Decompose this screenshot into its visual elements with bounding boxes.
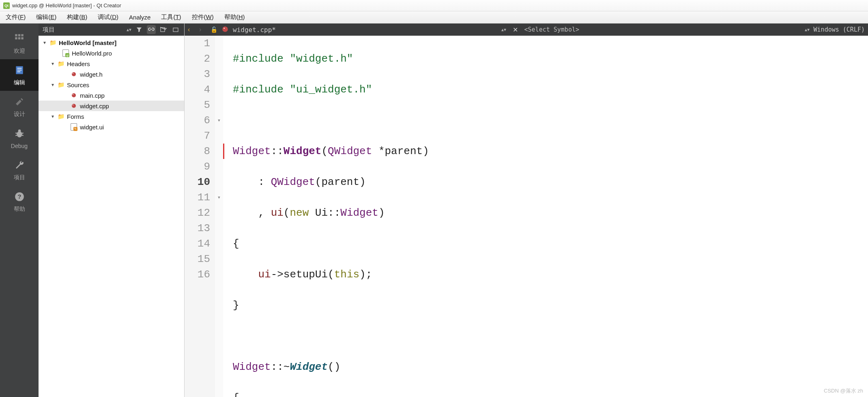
- tree-file-widget-h[interactable]: widget.h: [39, 69, 184, 79]
- file-status-icon: [221, 26, 229, 34]
- tree-file-pro[interactable]: qt HelloWorld.pro: [39, 48, 184, 58]
- tree-file-widget-cpp[interactable]: widget.cpp: [39, 101, 184, 111]
- menu-widgets[interactable]: 控件(W): [190, 13, 215, 22]
- titlebar: Qt widget.cpp @ HelloWorld [master] - Qt…: [0, 0, 868, 11]
- view-select-icon[interactable]: ▴▾: [127, 27, 131, 32]
- mode-sidebar: 欢迎 编辑 设计 Debug 项目 ?: [0, 24, 39, 397]
- svg-line-14: [15, 135, 17, 135]
- mode-welcome[interactable]: 欢迎: [0, 28, 39, 59]
- code-editor[interactable]: 12345678910111213141516 ▾ ▾ #include "wi…: [185, 36, 868, 397]
- close-file-icon[interactable]: ✕: [510, 26, 520, 34]
- file-dropdown-icon[interactable]: ▴▾: [501, 27, 506, 32]
- link-icon[interactable]: [147, 25, 156, 34]
- mode-label: 编辑: [14, 79, 25, 86]
- filter-icon[interactable]: [135, 25, 144, 34]
- pro-file-icon: qt: [62, 49, 69, 57]
- menu-build[interactable]: 构建(B): [65, 13, 89, 22]
- symbol-selector[interactable]: <Select Symbol>: [524, 26, 579, 33]
- mode-label: Debug: [11, 143, 28, 149]
- svg-rect-7: [17, 68, 21, 69]
- wrench-icon: [13, 159, 26, 172]
- folder-icon: 📁: [49, 39, 56, 46]
- project-panel-header: 项目 ▴▾: [39, 24, 184, 36]
- nav-back-icon[interactable]: ‹: [188, 26, 195, 33]
- svg-line-12: [15, 133, 17, 133]
- mode-label: 帮助: [14, 206, 25, 213]
- expand-toggle-icon[interactable]: ▾: [50, 82, 56, 88]
- svg-point-22: [72, 72, 76, 76]
- mode-debug[interactable]: Debug: [0, 122, 39, 154]
- mode-help[interactable]: ? 帮助: [0, 186, 39, 217]
- tree-label: Forms: [66, 113, 84, 120]
- tree-label: Sources: [66, 82, 89, 88]
- expand-toggle-icon[interactable]: ▾: [42, 40, 47, 45]
- change-mark-gutter: [223, 36, 226, 397]
- add-split-icon[interactable]: [159, 25, 168, 34]
- vcs-modified-icon: [70, 71, 77, 78]
- svg-point-26: [72, 104, 76, 108]
- lock-icon[interactable]: 🔓: [211, 26, 217, 33]
- menu-help[interactable]: 帮助(H): [223, 13, 247, 22]
- pencil-icon: [13, 95, 26, 108]
- svg-rect-0: [15, 34, 17, 36]
- mode-label: 项目: [14, 174, 25, 181]
- tree-file-widget-ui[interactable]: ✎ widget.ui: [39, 122, 184, 132]
- svg-line-15: [21, 135, 23, 135]
- project-panel: 项目 ▴▾ ▾ 📁 HelloWorld [master] qt HelloWo…: [39, 24, 185, 397]
- line-ending-label[interactable]: Windows (CRLF): [814, 26, 865, 33]
- filename-label[interactable]: widget.cpp*: [233, 26, 276, 34]
- symbol-dropdown-icon[interactable]: ▴▾: [805, 27, 810, 32]
- svg-text:?: ?: [17, 193, 21, 200]
- svg-point-24: [72, 93, 76, 97]
- menu-tools[interactable]: 工具(T): [159, 13, 183, 22]
- mode-label: 设计: [14, 111, 25, 118]
- window-title: widget.cpp @ HelloWorld [master] - Qt Cr…: [12, 2, 121, 9]
- mode-project[interactable]: 项目: [0, 154, 39, 186]
- menu-analyze[interactable]: Analyze: [127, 13, 152, 21]
- svg-rect-8: [17, 70, 21, 71]
- mode-edit[interactable]: 编辑: [0, 59, 39, 91]
- svg-point-23: [73, 73, 73, 74]
- svg-point-10: [17, 131, 22, 137]
- svg-point-27: [73, 105, 73, 105]
- svg-rect-3: [15, 37, 17, 39]
- expand-toggle-icon[interactable]: ▾: [50, 61, 56, 67]
- code-text[interactable]: #include "widget.h" #include "ui_widget.…: [226, 36, 868, 397]
- tree-label: HelloWorld [master]: [58, 39, 116, 46]
- svg-rect-1: [18, 34, 20, 36]
- tree-label: main.cpp: [79, 92, 105, 99]
- tree-file-main-cpp[interactable]: main.cpp: [39, 90, 184, 101]
- svg-rect-21: [173, 28, 178, 32]
- svg-rect-5: [21, 37, 23, 39]
- menu-edit[interactable]: 编辑(E): [34, 13, 58, 22]
- editor-area: ‹ › 🔓 widget.cpp* ▴▾ ✕ <Select Symbol> ▴…: [185, 24, 868, 397]
- svg-rect-4: [18, 37, 20, 39]
- tree-folder-forms[interactable]: ▾ 📁 Forms: [39, 111, 184, 122]
- menubar: 文件(F) 编辑(E) 构建(B) 调试(D) Analyze 工具(T) 控件…: [0, 11, 868, 24]
- tree-label: widget.cpp: [79, 103, 109, 109]
- tree-label: Headers: [66, 60, 90, 67]
- svg-rect-9: [17, 71, 20, 72]
- svg-point-29: [223, 28, 225, 29]
- bug-icon: [13, 127, 26, 140]
- tree-folder-headers[interactable]: ▾ 📁 Headers: [39, 58, 184, 69]
- nav-forward-icon[interactable]: ›: [199, 26, 206, 33]
- folder-icon: 📁: [57, 113, 64, 120]
- question-icon: ?: [13, 190, 26, 203]
- tree-root[interactable]: ▾ 📁 HelloWorld [master]: [39, 37, 184, 48]
- tree-folder-sources[interactable]: ▾ 📁 Sources: [39, 79, 184, 90]
- svg-point-25: [73, 94, 73, 95]
- project-panel-title: 项目: [43, 26, 123, 34]
- folder-icon: 📁: [57, 60, 64, 67]
- svg-line-13: [21, 133, 23, 133]
- fold-gutter[interactable]: ▾ ▾: [215, 36, 223, 397]
- editor-toolbar: ‹ › 🔓 widget.cpp* ▴▾ ✕ <Select Symbol> ▴…: [185, 24, 868, 36]
- expand-toggle-icon[interactable]: ▾: [50, 114, 56, 119]
- project-tree[interactable]: ▾ 📁 HelloWorld [master] qt HelloWorld.pr…: [39, 36, 184, 397]
- menu-file[interactable]: 文件(F): [4, 13, 27, 22]
- tree-label: HelloWorld.pro: [71, 50, 112, 57]
- mode-design[interactable]: 设计: [0, 91, 39, 122]
- folder-icon: 📁: [57, 81, 64, 88]
- collapse-icon[interactable]: [171, 25, 180, 34]
- menu-debug[interactable]: 调试(D): [96, 13, 120, 22]
